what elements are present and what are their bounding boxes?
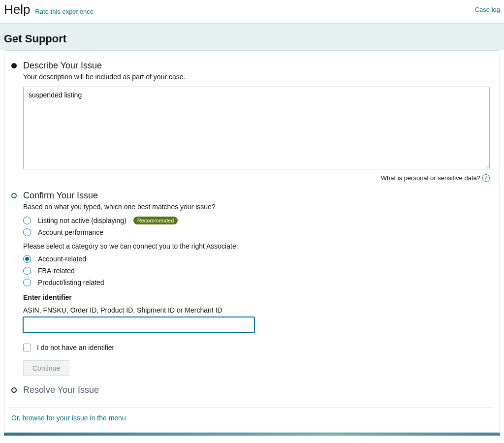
step-describe-title: Describe Your Issue [23, 61, 490, 71]
step-confirm: Confirm Your Issue Based on what you typ… [11, 190, 490, 376]
top-bar: Help Rate this experience Case log [0, 0, 504, 24]
case-log-link[interactable]: Case log [475, 6, 500, 13]
category-option[interactable]: Product/listing related [23, 279, 490, 286]
radio-label: Listing not active (displaying) [38, 217, 126, 224]
no-identifier-row[interactable]: I do not have an identifier [23, 344, 490, 351]
rate-experience-link[interactable]: Rate this experience [35, 8, 94, 15]
step-describe: Describe Your Issue Your description wil… [11, 61, 490, 182]
radio-icon[interactable] [23, 228, 31, 236]
steps: Describe Your Issue Your description wil… [11, 61, 490, 395]
radio-icon[interactable] [23, 267, 31, 275]
radio-label: Account performance [38, 228, 103, 236]
issue-match-option[interactable]: Listing not active (displaying)Recommend… [23, 217, 490, 224]
category-option[interactable]: Account-related [23, 255, 490, 263]
info-icon[interactable]: i [482, 174, 490, 182]
step-confirm-subtitle: Based on what you typed, which one best … [23, 203, 490, 211]
radio-label: FBA-related [38, 267, 75, 275]
bottom-strip [4, 433, 500, 436]
step-dot-icon [11, 387, 17, 393]
page-title: Help [4, 2, 30, 17]
step-line [14, 67, 14, 197]
sensitive-data-row: What is personal or sensitive data? i [23, 174, 490, 182]
step-describe-subtitle: Your description will be included as par… [23, 73, 490, 81]
step-resolve: Resolve Your Issue [11, 385, 490, 395]
radio-label: Product/listing related [38, 279, 104, 286]
radio-label: Account-related [38, 255, 86, 263]
step-resolve-title: Resolve Your Issue [23, 385, 490, 395]
continue-button[interactable]: Continue [23, 360, 69, 376]
divider [8, 407, 493, 408]
recommended-badge: Recommended [133, 217, 178, 224]
category-prompt: Please select a category so we can conne… [23, 242, 490, 250]
banner: Get Support [0, 24, 504, 50]
no-identifier-checkbox[interactable] [23, 344, 31, 351]
step-confirm-title: Confirm Your Issue [23, 190, 490, 201]
issue-match-option[interactable]: Account performance [23, 228, 490, 236]
sensitive-data-link[interactable]: What is personal or sensitive data? [381, 174, 480, 182]
identifier-label: Enter identifier [23, 293, 490, 301]
identifier-input[interactable] [23, 317, 254, 333]
category-option[interactable]: FBA-related [23, 267, 490, 275]
issue-description-input[interactable] [23, 87, 490, 169]
radio-icon[interactable] [23, 255, 31, 263]
step-line [14, 197, 14, 392]
topbar-left: Help Rate this experience [4, 2, 94, 17]
banner-title: Get Support [4, 32, 500, 45]
radio-icon[interactable] [23, 279, 31, 286]
radio-icon[interactable] [23, 217, 31, 224]
identifier-hint: ASIN, FNSKU, Order ID, Product ID, Shipm… [23, 306, 490, 314]
no-identifier-label: I do not have an identifier [37, 344, 114, 351]
browse-issue-link[interactable]: Or, browse for your issue in the menu [11, 414, 126, 422]
support-card: Describe Your Issue Your description wil… [4, 50, 500, 433]
